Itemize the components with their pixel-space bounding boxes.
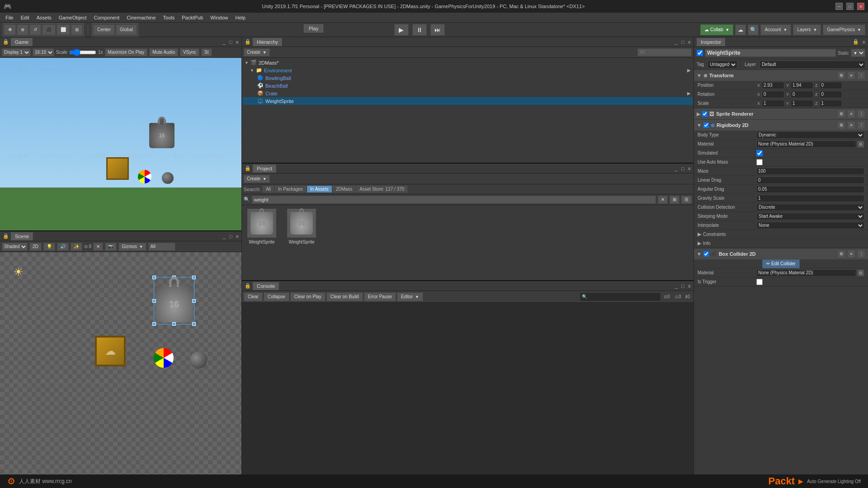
menu-component[interactable]: Component xyxy=(90,14,123,21)
console-collapse-button[interactable]: Collapse xyxy=(264,292,289,301)
rigidbody2d-header[interactable]: ▼ ⊕ Rigidbody 2D ⚙ ≡ ⋮ xyxy=(694,120,868,131)
hierarchy-tab[interactable]: Hierarchy xyxy=(253,38,282,46)
hierarchy-item-crate[interactable]: 📦 Crate ▶ xyxy=(243,89,693,97)
search-tab-packages[interactable]: In Packages xyxy=(275,186,306,192)
hierarchy-item-environment[interactable]: ▼ 📁 Environment ▶ xyxy=(243,66,693,74)
transform-settings-button[interactable]: ⚙ xyxy=(837,71,845,80)
project-tab[interactable]: Project xyxy=(253,164,276,173)
game-panel-menu[interactable]: ≡ xyxy=(236,39,239,45)
scene-expand[interactable]: □ xyxy=(229,234,232,239)
project-search-input[interactable] xyxy=(252,196,656,204)
console-clear-on-build-button[interactable]: Clear on Build xyxy=(326,292,363,301)
console-expand[interactable]: □ xyxy=(681,283,684,289)
sprite-renderer-header[interactable]: ▶ 🖼 Sprite Renderer ⚙ ≡ ⋮ xyxy=(694,108,868,119)
game-panel-expand[interactable]: □ xyxy=(229,39,232,45)
beach-ball-scene[interactable] xyxy=(154,348,174,368)
scene-view[interactable]: 人人素材www.rrcg.cn人人素材www.rrcg.cn 人人素材www.r… xyxy=(0,252,241,488)
shading-select[interactable]: Shaded xyxy=(2,243,28,251)
sleeping-mode-select[interactable]: Start Awake xyxy=(756,213,864,220)
angular-drag-input[interactable] xyxy=(756,186,864,193)
boxcollider-more[interactable]: ⋮ xyxy=(857,250,865,258)
play-button[interactable]: ▶ xyxy=(394,24,409,36)
2d-mode-button[interactable]: 2D xyxy=(29,243,42,251)
search-tab-all[interactable]: All xyxy=(263,186,274,192)
project-menu[interactable]: ≡ xyxy=(688,166,691,171)
console-error-pause-button[interactable]: Error Pause xyxy=(364,292,396,301)
menu-edit[interactable]: Edit xyxy=(17,14,33,21)
close-button[interactable]: ✕ xyxy=(857,3,864,10)
transform-menu-button[interactable]: ≡ xyxy=(847,71,855,80)
sprite-renderer-more[interactable]: ⋮ xyxy=(857,110,865,118)
account-button[interactable]: Account ▼ xyxy=(760,24,791,35)
project-view-toggle[interactable]: ⊞ xyxy=(670,196,679,204)
search-icon-button[interactable]: 🔍 xyxy=(748,24,759,35)
scale-slider[interactable] xyxy=(69,48,96,56)
hierarchy-minimize[interactable]: _ xyxy=(675,39,678,45)
menu-tools[interactable]: Tools xyxy=(160,14,179,21)
maximize-on-play-button[interactable]: Maximize On Play xyxy=(105,48,148,56)
move-tool[interactable]: ⊕ xyxy=(17,24,28,35)
rb-material-browse[interactable]: ⊙ xyxy=(857,141,864,148)
hierarchy-item-bowlingball[interactable]: 🔵 BowlingBall xyxy=(243,74,693,82)
simulated-checkbox[interactable] xyxy=(756,150,763,156)
sprite-renderer-settings[interactable]: ⚙ xyxy=(837,110,845,118)
search-tab-2dmass[interactable]: 2DMass xyxy=(333,186,356,192)
vsync-button[interactable]: VSync xyxy=(180,48,199,56)
interpolate-select[interactable]: None xyxy=(756,222,864,229)
rot-z-input[interactable] xyxy=(820,91,842,98)
boxcollider-menu[interactable]: ≡ xyxy=(847,250,855,258)
scene-minimize[interactable]: _ xyxy=(223,234,226,239)
linear-drag-input[interactable] xyxy=(756,177,864,184)
asset-item-1[interactable]: 16 WeightSprite xyxy=(244,207,280,278)
console-clear-on-play-button[interactable]: Clear on Play xyxy=(290,292,326,301)
rb-material-input[interactable] xyxy=(756,141,856,148)
inspector-menu[interactable]: ≡ xyxy=(863,39,865,45)
scale-tool[interactable]: ⬛ xyxy=(42,24,56,35)
sprite-renderer-active[interactable] xyxy=(702,111,708,117)
collision-detection-select[interactable]: Discrete xyxy=(756,204,864,211)
hand-tool[interactable]: ✥ xyxy=(4,24,16,35)
menu-packtpub[interactable]: PacktPub xyxy=(178,14,207,21)
scene-effects-button[interactable]: ✨ xyxy=(71,243,82,251)
rot-x-input[interactable] xyxy=(762,91,784,98)
hierarchy-create-button[interactable]: Create ▼ xyxy=(244,48,270,56)
bowling-ball-scene[interactable] xyxy=(190,352,207,369)
rigidbody2d-settings[interactable]: ⚙ xyxy=(837,121,845,129)
environment-expand-right[interactable]: ▶ xyxy=(687,68,691,73)
menu-help[interactable]: Help xyxy=(231,14,249,21)
console-search-input[interactable] xyxy=(580,292,661,301)
cloud-icon-button[interactable]: ☁ xyxy=(735,24,746,35)
console-menu[interactable]: ≡ xyxy=(688,283,691,289)
pause-button[interactable]: ⏸ xyxy=(412,24,427,36)
display-select[interactable]: Display 1 xyxy=(2,48,31,56)
weight-object-game[interactable] xyxy=(149,117,175,148)
crate-expand-right[interactable]: ▶ xyxy=(687,91,691,96)
layout-button[interactable]: GamePhysics ▼ xyxy=(823,24,865,35)
body-type-select[interactable]: Dynamic xyxy=(756,131,864,139)
inspector-lock[interactable]: 🔒 xyxy=(853,39,859,45)
scene-tab[interactable]: Scene xyxy=(11,232,33,240)
object-name-input[interactable] xyxy=(705,49,836,57)
scene-menu[interactable]: ≡ xyxy=(236,234,239,239)
console-editor-button[interactable]: Editor ▼ xyxy=(397,292,423,301)
project-minimize[interactable]: _ xyxy=(675,166,678,171)
selected-weight-scene[interactable]: 16 xyxy=(154,277,194,324)
hierarchy-item-weightsprite[interactable]: ⚖️ WeightSprite xyxy=(243,97,693,105)
edit-collider-button[interactable]: ✏ Edit Collider xyxy=(762,259,800,268)
bowling-ball-game[interactable] xyxy=(162,172,174,184)
mute-audio-button[interactable]: Mute Audio xyxy=(149,48,178,56)
pivot-center-button[interactable]: Center xyxy=(93,24,115,35)
step-button[interactable]: ⏭ xyxy=(430,24,445,36)
gravity-scale-input[interactable] xyxy=(756,195,864,202)
object-active-checkbox[interactable] xyxy=(697,50,703,56)
pos-y-input[interactable] xyxy=(791,82,813,89)
inspector-tab[interactable]: Inspector xyxy=(697,38,725,46)
rotate-tool[interactable]: ↺ xyxy=(29,24,41,35)
transform-header[interactable]: ▼ ⊕ Transform ⚙ ≡ ⋮ xyxy=(694,70,868,81)
use-auto-mass-checkbox[interactable] xyxy=(756,159,763,165)
collider-material-browse[interactable]: ⊙ xyxy=(857,269,864,277)
box-collider2d-header[interactable]: ▼ ⬛ Box Collider 2D ⚙ ≡ ⋮ xyxy=(694,249,868,259)
resolution-select[interactable]: 16:10 xyxy=(33,48,54,56)
scale-z-input[interactable] xyxy=(820,100,842,107)
scale-y-input[interactable] xyxy=(791,100,813,107)
